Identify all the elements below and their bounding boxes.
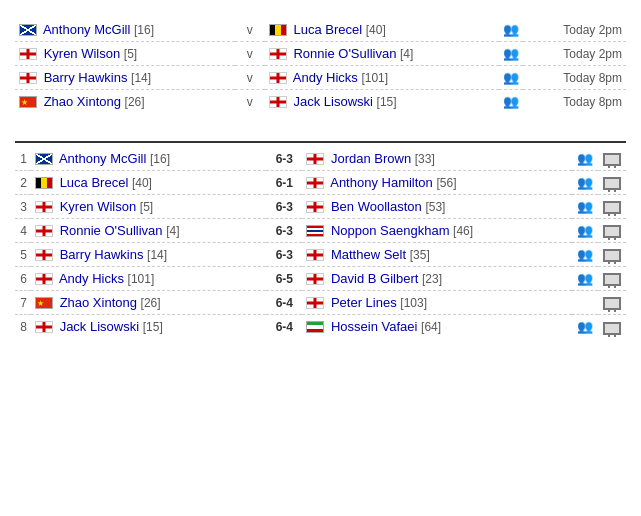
persons-icon: 👥 bbox=[503, 22, 519, 37]
player1-rank: [16] bbox=[134, 23, 154, 37]
flag-england bbox=[306, 249, 324, 261]
divider bbox=[15, 141, 626, 143]
player2-cell: Jack Lisowski [15] bbox=[265, 90, 500, 114]
persons-icon: 👥 bbox=[577, 199, 593, 214]
match-row: Barry Hawkins [14] v Andy Hicks [101] 👥 … bbox=[15, 66, 626, 90]
player1-cell: Ronnie O'Sullivan [4] bbox=[31, 219, 266, 243]
player1-cell: Anthony McGill [16] bbox=[15, 18, 235, 42]
flag-belgium bbox=[269, 24, 287, 36]
flag-england bbox=[35, 225, 53, 237]
row-number: 1 bbox=[15, 147, 31, 171]
match-score: 6-3 bbox=[266, 195, 302, 219]
match-time: Today 2pm bbox=[523, 42, 626, 66]
tv-icon-cell bbox=[598, 147, 626, 171]
player1-name[interactable]: Zhao Xintong bbox=[60, 295, 137, 310]
persons-icon: 👥 bbox=[577, 247, 593, 262]
tv-icon-cell bbox=[598, 219, 626, 243]
match-row: Kyren Wilson [5] v Ronnie O'Sullivan [4]… bbox=[15, 42, 626, 66]
match-score: 6-4 bbox=[266, 291, 302, 315]
flag-england bbox=[306, 273, 324, 285]
player2-name[interactable]: Jack Lisowski bbox=[293, 94, 372, 109]
player1-rank: [16] bbox=[150, 152, 170, 166]
player2-name[interactable]: Anthony Hamilton bbox=[330, 175, 433, 190]
player2-cell: Jordan Brown [33] bbox=[302, 147, 572, 171]
player1-rank: [26] bbox=[141, 296, 161, 310]
persons-icon-cell: 👥 bbox=[572, 219, 598, 243]
player1-name[interactable]: Barry Hawkins bbox=[44, 70, 128, 85]
player2-name[interactable]: Hossein Vafaei bbox=[331, 319, 417, 334]
flag-england bbox=[35, 273, 53, 285]
player2-cell: Ronnie O'Sullivan [4] bbox=[265, 42, 500, 66]
persons-cell: 👥 bbox=[499, 42, 523, 66]
row-number: 6 bbox=[15, 267, 31, 291]
player2-name[interactable]: Andy Hicks bbox=[293, 70, 358, 85]
player2-name[interactable]: Ronnie O'Sullivan bbox=[293, 46, 396, 61]
tv-icon-cell bbox=[598, 195, 626, 219]
player2-name[interactable]: Ben Woollaston bbox=[331, 199, 422, 214]
player2-name[interactable]: Noppon Saengkham bbox=[331, 223, 450, 238]
round4-row: 3 Kyren Wilson [5] 6-3 Ben Woollaston [5… bbox=[15, 195, 626, 219]
player1-name[interactable]: Anthony McGill bbox=[43, 22, 130, 37]
flag-iran bbox=[306, 321, 324, 333]
tv-icon bbox=[603, 297, 621, 310]
player2-name[interactable]: Matthew Selt bbox=[331, 247, 406, 262]
flag-england bbox=[269, 72, 287, 84]
player2-name[interactable]: Peter Lines bbox=[331, 295, 397, 310]
persons-icon-cell bbox=[572, 291, 598, 315]
player1-name[interactable]: Barry Hawkins bbox=[60, 247, 144, 262]
player1-name[interactable]: Jack Lisowski bbox=[60, 319, 139, 334]
persons-cell: 👥 bbox=[499, 90, 523, 114]
player1-rank: [5] bbox=[140, 200, 153, 214]
player1-name[interactable]: Kyren Wilson bbox=[44, 46, 121, 61]
flag-england bbox=[306, 201, 324, 213]
row-number: 5 bbox=[15, 243, 31, 267]
player2-name[interactable]: David B Gilbert bbox=[331, 271, 418, 286]
match-score: 6-5 bbox=[266, 267, 302, 291]
flag-england bbox=[269, 48, 287, 60]
flag-england bbox=[306, 177, 324, 189]
player1-name[interactable]: Andy Hicks bbox=[59, 271, 124, 286]
round4-table: 1 Anthony McGill [16] 6-3 Jordan Brown [… bbox=[15, 147, 626, 339]
persons-icon-cell: 👥 bbox=[572, 195, 598, 219]
player2-rank: [23] bbox=[422, 272, 442, 286]
player1-rank: [5] bbox=[124, 47, 137, 61]
player1-rank: [14] bbox=[131, 71, 151, 85]
player1-name[interactable]: Anthony McGill bbox=[59, 151, 146, 166]
player2-cell: Hossein Vafaei [64] bbox=[302, 315, 572, 339]
persons-icon: 👥 bbox=[577, 175, 593, 190]
player2-cell: Luca Brecel [40] bbox=[265, 18, 500, 42]
tv-icon-cell bbox=[598, 171, 626, 195]
round4-section: 1 Anthony McGill [16] 6-3 Jordan Brown [… bbox=[15, 141, 626, 339]
player2-rank: [103] bbox=[400, 296, 427, 310]
match-score: 6-3 bbox=[266, 219, 302, 243]
flag-thailand bbox=[306, 225, 324, 237]
flag-england bbox=[19, 72, 37, 84]
player1-cell: Kyren Wilson [5] bbox=[15, 42, 235, 66]
player2-rank: [35] bbox=[410, 248, 430, 262]
player2-name[interactable]: Luca Brecel bbox=[293, 22, 362, 37]
versus-cell: v bbox=[235, 66, 265, 90]
persons-icon: 👥 bbox=[577, 319, 593, 334]
player1-name[interactable]: Luca Brecel bbox=[60, 175, 129, 190]
row-number: 7 bbox=[15, 291, 31, 315]
persons-cell: 👥 bbox=[499, 18, 523, 42]
round4-row: 5 Barry Hawkins [14] 6-3 Matthew Selt [3… bbox=[15, 243, 626, 267]
player1-cell: Zhao Xintong [26] bbox=[31, 291, 266, 315]
player1-name[interactable]: Ronnie O'Sullivan bbox=[60, 223, 163, 238]
tv-icon-cell bbox=[598, 243, 626, 267]
player1-name[interactable]: Zhao Xintong bbox=[44, 94, 121, 109]
quarterfinals-section: Anthony McGill [16] v Luca Brecel [40] 👥… bbox=[15, 18, 626, 113]
tv-icon bbox=[603, 225, 621, 238]
match-score: 6-4 bbox=[266, 315, 302, 339]
player2-rank: [64] bbox=[421, 320, 441, 334]
player2-rank: [56] bbox=[436, 176, 456, 190]
row-number: 2 bbox=[15, 171, 31, 195]
round4-row: 4 Ronnie O'Sullivan [4] 6-3 Noppon Saeng… bbox=[15, 219, 626, 243]
versus-cell: v bbox=[235, 42, 265, 66]
versus-cell: v bbox=[235, 90, 265, 114]
player2-cell: Matthew Selt [35] bbox=[302, 243, 572, 267]
player1-name[interactable]: Kyren Wilson bbox=[60, 199, 137, 214]
flag-england bbox=[35, 321, 53, 333]
player2-name[interactable]: Jordan Brown bbox=[331, 151, 411, 166]
player2-rank: [46] bbox=[453, 224, 473, 238]
